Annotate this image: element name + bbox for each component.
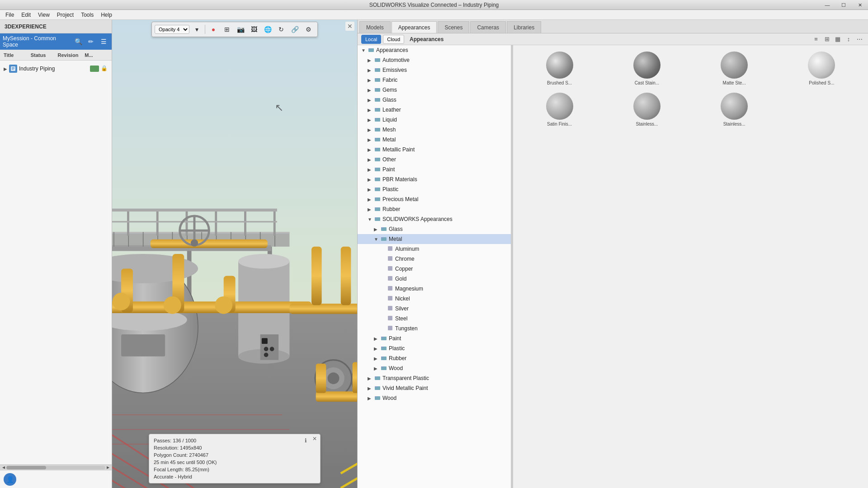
tree-node-leather[interactable]: ▶Leather xyxy=(358,105,511,115)
left-panel-scrollbar[interactable]: ◀ ▶ xyxy=(0,465,112,470)
tab-models[interactable]: Models xyxy=(359,21,391,33)
menu-item-tools[interactable]: Tools xyxy=(77,11,97,19)
sort-button[interactable]: ↕ xyxy=(844,34,854,44)
grid-view-button[interactable]: ⊞ xyxy=(822,34,832,44)
scroll-left-btn[interactable]: ◀ xyxy=(1,465,6,470)
vp-camera-btn[interactable]: 📷 xyxy=(234,23,247,36)
vp-grid-btn[interactable]: ⊞ xyxy=(221,23,233,36)
tree-node-appearances[interactable]: ▼Appearances xyxy=(358,45,511,55)
tree-node-paint[interactable]: ▶Paint xyxy=(358,164,511,174)
vp-screenshot-btn[interactable]: 🖼 xyxy=(248,23,260,36)
tree-node-fabric[interactable]: ▶Fabric xyxy=(358,75,511,85)
tree-node-paint[interactable]: ▶Paint xyxy=(358,333,511,343)
expand-icon: ▶ xyxy=(4,66,7,71)
tree-node-magnesium[interactable]: Magnesium xyxy=(358,284,511,294)
vp-environment-btn[interactable]: 🌐 xyxy=(261,23,274,36)
tree-node-liquid[interactable]: ▶Liquid xyxy=(358,115,511,125)
tree-node-plastic[interactable]: ▶Plastic xyxy=(358,184,511,194)
node-label: Paint xyxy=(382,166,395,173)
expand-icon: ▶ xyxy=(368,386,374,391)
viewport-close-button[interactable]: ✕ xyxy=(345,22,354,31)
tree-node-emissives[interactable]: ▶Emissives xyxy=(358,65,511,75)
svg-rect-150 xyxy=(375,217,377,218)
svg-rect-49 xyxy=(121,334,165,357)
svg-rect-40 xyxy=(186,210,188,236)
menu-item-view[interactable]: View xyxy=(34,11,53,19)
svg-rect-177 xyxy=(375,396,377,397)
expand-icon: ▶ xyxy=(368,68,374,73)
node-label: Wood xyxy=(382,395,396,401)
tree-node-rubber[interactable]: ▶Rubber xyxy=(358,204,511,214)
tree-node-gems[interactable]: ▶Gems xyxy=(358,85,511,95)
vp-refresh-btn[interactable]: ↻ xyxy=(275,23,288,36)
tree-node-metal[interactable]: ▶Metal xyxy=(358,135,511,145)
opacity-select[interactable]: Opacity 4 Opacity 1 Opacity 2 Opacity 3 xyxy=(155,25,189,34)
large-grid-button[interactable]: ▦ xyxy=(833,34,843,44)
tree-node-plastic[interactable]: ▶Plastic xyxy=(358,343,511,353)
preview-item-0[interactable]: Brushed S... xyxy=(518,50,601,87)
node-type-icon xyxy=(387,305,393,312)
tree-node-wood[interactable]: ▶Wood xyxy=(358,393,511,403)
cloud-button[interactable]: Cloud xyxy=(383,35,404,44)
file-tree-header: Title Status Revision M... xyxy=(0,50,112,61)
tab-appearances[interactable]: Appearances xyxy=(392,21,437,33)
minimize-button[interactable]: — xyxy=(819,0,835,10)
vp-arrow-btn[interactable]: ▾ xyxy=(190,23,203,36)
vp-connection-btn[interactable]: 🔗 xyxy=(288,23,301,36)
draw-button[interactable]: ✏ xyxy=(85,36,96,47)
status-info-button[interactable]: ℹ xyxy=(302,437,309,444)
tab-cameras[interactable]: Cameras xyxy=(470,21,506,33)
tree-node-solidworks-appearances[interactable]: ▼SOLIDWORKS Appearances xyxy=(358,214,511,224)
tree-node-copper[interactable]: Copper xyxy=(358,264,511,274)
tree-node-metallic-paint[interactable]: ▶Metallic Paint xyxy=(358,145,511,155)
tree-node-tungsten[interactable]: Tungsten xyxy=(358,324,511,333)
tree-node-glass[interactable]: ▶Glass xyxy=(358,95,511,105)
tree-item-industry-piping[interactable]: ▶ Industry Piping 🔒 xyxy=(0,62,112,75)
vp-settings-btn[interactable]: ⚙ xyxy=(302,23,315,36)
tree-node-gold[interactable]: Gold xyxy=(358,274,511,284)
filter-button[interactable]: ⋯ xyxy=(854,34,864,44)
scroll-right-btn[interactable]: ▶ xyxy=(105,465,111,470)
tree-node-metal[interactable]: ▼Metal xyxy=(358,234,511,244)
preview-item-4[interactable]: Satin Finis... xyxy=(518,91,601,128)
preview-item-6[interactable]: Stainless... xyxy=(693,91,776,128)
vp-render-btn[interactable]: ● xyxy=(207,23,220,36)
menu-item-file[interactable]: File xyxy=(2,11,18,19)
expand-icon: ▶ xyxy=(368,187,374,192)
tab-scenes[interactable]: Scenes xyxy=(438,21,469,33)
menu-button[interactable]: ☰ xyxy=(98,36,109,47)
tree-node-vivid-metallic-paint[interactable]: ▶Vivid Metallic Paint xyxy=(358,383,511,393)
tree-node-silver[interactable]: Silver xyxy=(358,304,511,314)
tree-node-mesh[interactable]: ▶Mesh xyxy=(358,125,511,135)
tree-node-wood[interactable]: ▶Wood xyxy=(358,363,511,373)
node-type-icon xyxy=(368,47,374,54)
list-view-button[interactable]: ≡ xyxy=(811,34,821,44)
menu-item-edit[interactable]: Edit xyxy=(18,11,34,19)
tree-node-pbr-materials[interactable]: ▶PBR Materials xyxy=(358,174,511,184)
tree-node-steel[interactable]: Steel xyxy=(358,314,511,324)
close-window-button[interactable]: ✕ xyxy=(852,0,868,10)
maximize-button[interactable]: ☐ xyxy=(835,0,852,10)
preview-item-1[interactable]: Cast Stain... xyxy=(605,50,689,87)
preview-item-5[interactable]: Stainless... xyxy=(605,91,689,128)
tree-node-precious-metal[interactable]: ▶Precious Metal xyxy=(358,194,511,204)
tree-node-chrome[interactable]: Chrome xyxy=(358,254,511,264)
tree-node-other[interactable]: ▶Other xyxy=(358,155,511,164)
menu-item-project[interactable]: Project xyxy=(53,11,77,19)
menu-item-help[interactable]: Help xyxy=(97,11,116,19)
tree-node-automotive[interactable]: ▶Automotive xyxy=(358,55,511,65)
tab-libraries[interactable]: Libraries xyxy=(507,21,541,33)
preview-item-2[interactable]: Matte Ste... xyxy=(693,50,776,87)
svg-point-57 xyxy=(113,293,130,310)
status-close-button[interactable]: ✕ xyxy=(311,435,318,442)
expand-icon: ▶ xyxy=(374,336,380,341)
user-avatar[interactable]: 👤 xyxy=(4,473,16,486)
tree-node-nickel[interactable]: Nickel xyxy=(358,294,511,304)
search-button[interactable]: 🔍 xyxy=(73,36,84,47)
tree-node-glass[interactable]: ▶Glass xyxy=(358,224,511,234)
preview-item-3[interactable]: Polished S... xyxy=(780,50,863,87)
local-button[interactable]: Local xyxy=(361,35,381,44)
tree-node-rubber[interactable]: ▶Rubber xyxy=(358,353,511,363)
tree-node-transparent-plastic[interactable]: ▶Transparent Plastic xyxy=(358,373,511,383)
tree-node-aluminum[interactable]: Aluminum xyxy=(358,244,511,254)
